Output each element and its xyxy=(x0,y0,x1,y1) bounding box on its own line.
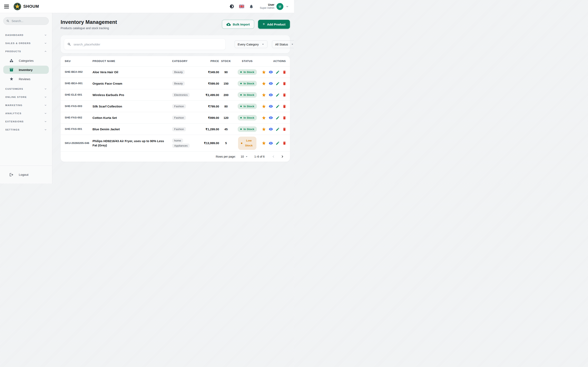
edit-button[interactable] xyxy=(276,70,280,74)
view-button[interactable] xyxy=(269,127,273,131)
pagination-bar: Rows per page: 10 1–6 of 6 xyxy=(61,151,290,162)
sidebar-item-label: Categories xyxy=(19,59,34,62)
sku-cell: SHE-ELE-001 xyxy=(65,93,93,97)
view-button[interactable] xyxy=(269,141,273,145)
sidebar-section-dashboard[interactable]: DASHBOARD xyxy=(0,31,52,39)
sidebar-search[interactable] xyxy=(3,17,49,25)
logout-label: Logout xyxy=(19,173,28,176)
menu-icon[interactable] xyxy=(4,5,9,8)
sidebar-section-online-store[interactable]: ONLINE STORE xyxy=(0,93,52,101)
edit-button[interactable] xyxy=(276,116,280,120)
product-search[interactable] xyxy=(64,39,226,50)
chevron-down-icon xyxy=(44,128,47,131)
theme-toggle-button[interactable] xyxy=(229,4,234,9)
bulk-import-button[interactable]: Bulk Import xyxy=(222,20,254,29)
trash-icon xyxy=(282,116,286,120)
section-label: SETTINGS xyxy=(5,128,20,131)
pencil-icon xyxy=(276,93,280,97)
status-filter-select[interactable]: All Status xyxy=(272,40,294,48)
edit-button[interactable] xyxy=(276,127,280,131)
delete-button[interactable] xyxy=(282,127,286,131)
chevron-down-icon xyxy=(44,112,47,115)
stock-cell: 5 xyxy=(219,142,233,145)
category-chip: Fashion xyxy=(172,116,186,120)
chevron-down-icon xyxy=(44,42,47,45)
avatar[interactable]: U xyxy=(277,3,283,10)
stock-cell: 80 xyxy=(219,105,233,108)
price-cell: ₹799.00 xyxy=(201,105,219,108)
language-flag-button[interactable] xyxy=(239,5,244,8)
sidebar-item-reviews[interactable]: Reviews xyxy=(0,74,52,83)
feature-star-button[interactable] xyxy=(261,116,266,120)
delete-button[interactable] xyxy=(282,82,286,86)
next-page-button[interactable] xyxy=(280,154,285,159)
status-badge: In Stock xyxy=(238,92,257,98)
feature-star-button[interactable] xyxy=(261,127,266,132)
feature-star-button[interactable] xyxy=(261,141,266,145)
inventory-icon xyxy=(9,68,13,72)
view-button[interactable] xyxy=(269,104,273,108)
delete-button[interactable] xyxy=(282,70,286,74)
sidebar-section-products[interactable]: PRODUCTS xyxy=(0,47,52,55)
delete-button[interactable] xyxy=(282,93,286,97)
delete-button[interactable] xyxy=(282,141,286,145)
rows-per-page-select[interactable]: 10 xyxy=(241,155,249,158)
sidebar-section-customers[interactable]: CUSTOMERS xyxy=(0,85,52,93)
add-product-button[interactable]: + Add Product xyxy=(258,20,290,29)
feature-star-button[interactable] xyxy=(261,81,266,86)
sidebar-item-inventory[interactable]: Inventory xyxy=(3,66,49,74)
price-cell: ₹899.00 xyxy=(201,116,219,119)
sidebar-item-label: Reviews xyxy=(19,77,30,81)
chevron-down-icon xyxy=(44,33,47,37)
previous-page-button[interactable] xyxy=(271,154,276,159)
section-label: EXTENSIONS xyxy=(5,120,24,123)
pencil-icon xyxy=(276,141,280,145)
price-cell: ₹349.00 xyxy=(201,71,219,74)
delete-button[interactable] xyxy=(282,104,286,108)
column-header-stock: STOCK xyxy=(219,60,233,63)
logout-button[interactable]: Logout xyxy=(0,173,28,177)
table-row: SHE-FAS-002 Cotton Kurta Set Fashion ₹89… xyxy=(61,112,290,123)
eye-icon xyxy=(269,127,273,131)
category-filter-select[interactable]: Every Category xyxy=(234,40,268,48)
chevron-up-icon xyxy=(44,50,47,53)
sidebar-item-categories[interactable]: Categories xyxy=(0,56,52,65)
user-menu[interactable]: User Super Admin U xyxy=(260,3,289,10)
chevron-down-icon[interactable] xyxy=(285,5,289,8)
feature-star-button[interactable] xyxy=(261,93,266,97)
sidebar-section-marketing[interactable]: MARKETING xyxy=(0,101,52,109)
product-name-cell: Wireless Earbuds Pro xyxy=(93,93,172,97)
section-label: CUSTOMERS xyxy=(5,88,23,90)
table-row: SKU-20260205-046 Philips HD9216/43 Air F… xyxy=(61,135,290,151)
view-button[interactable] xyxy=(269,70,273,74)
edit-button[interactable] xyxy=(276,141,280,145)
status-dot-icon xyxy=(240,106,242,107)
sidebar-section-analytics[interactable]: ANALYTICS xyxy=(0,109,52,117)
sidebar-section-sales-orders[interactable]: SALES & ORDERS xyxy=(0,39,52,47)
edit-button[interactable] xyxy=(276,93,280,97)
price-cell: ₹13,999.00 xyxy=(201,142,219,145)
table-row: SHE-FAS-001 Blue Denim Jacket Fashion ₹1… xyxy=(61,123,290,135)
sidebar-search-input[interactable] xyxy=(12,19,46,23)
view-button[interactable] xyxy=(269,116,273,120)
category-chip: Beauty xyxy=(172,81,185,86)
view-button[interactable] xyxy=(269,81,273,86)
edit-button[interactable] xyxy=(276,82,280,86)
notifications-button[interactable] xyxy=(249,4,254,9)
feature-star-button[interactable] xyxy=(261,104,266,109)
cloud-upload-icon xyxy=(226,22,231,26)
stock-cell: 200 xyxy=(219,93,233,97)
sidebar-section-extensions[interactable]: EXTENSIONS xyxy=(0,117,52,125)
sku-cell: SHE-BEA-002 xyxy=(65,70,93,74)
delete-button[interactable] xyxy=(282,116,286,120)
view-button[interactable] xyxy=(269,93,273,97)
feature-star-button[interactable] xyxy=(261,70,266,75)
column-header-sku: SKU xyxy=(65,60,93,63)
product-name-cell: Cotton Kurta Set xyxy=(93,116,172,120)
status-badge: In Stock xyxy=(238,115,257,120)
sidebar-section-settings[interactable]: SETTINGS xyxy=(0,125,52,134)
product-search-input[interactable] xyxy=(73,43,222,46)
product-name-cell: Philips HD9216/43 Air Fryer, uses up to … xyxy=(93,139,172,148)
status-dot-icon xyxy=(240,83,242,84)
edit-button[interactable] xyxy=(276,104,280,108)
